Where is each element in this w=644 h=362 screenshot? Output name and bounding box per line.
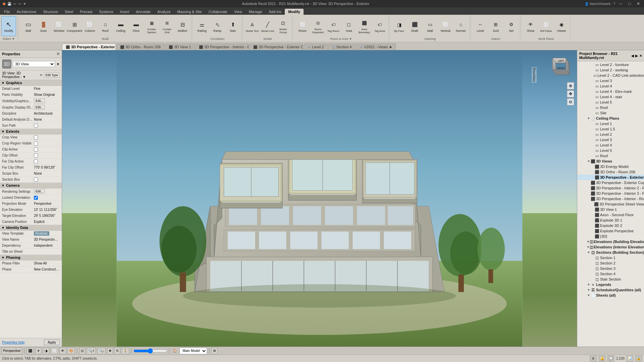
pb-3d-perspective-exterior-copy[interactable]: ⬛ 3D Perspective - Exterior Copy 1: [577, 180, 644, 185]
room-button[interactable]: ⬜Room: [295, 16, 310, 36]
modify-button[interactable]: ↖ Modify: [1, 16, 16, 36]
model-group-button[interactable]: ⊡Model Group: [276, 16, 290, 36]
pb-section-sheets[interactable]: ▼ 📄 Sheets (all): [577, 293, 644, 298]
crop-view-checkbox[interactable]: [34, 135, 38, 139]
pb-3d-view1[interactable]: ⬛ 3D View 1: [577, 207, 644, 212]
tab-file[interactable]: File: [1, 9, 13, 15]
pb-section3[interactable]: ◫ Section 3: [577, 266, 644, 271]
pb-3d-perspective-interior3[interactable]: ⬛ 3D Perspective - Interior 3 - Room 20: [577, 191, 644, 196]
dormer-button[interactable]: ⌂Dormer: [453, 16, 468, 36]
model-text-button[interactable]: AModel Text: [245, 16, 260, 36]
tab-modify[interactable]: Modify: [285, 9, 303, 15]
pb-section-elevations-interior[interactable]: ▼ ◫ Elevations (Interior Elevation): [577, 244, 644, 250]
pb-explode-3d-2[interactable]: ⬛ Explode 3D 2: [577, 223, 644, 228]
by-face-button[interactable]: ◨By Face: [392, 16, 407, 36]
viewer-button[interactable]: ◉Viewer: [554, 16, 569, 36]
view-tab-3d-exterior[interactable]: ⬛ 3D Perspective - Exterior ✕: [62, 44, 116, 50]
ramp-button[interactable]: ⬁Ramp: [210, 16, 225, 36]
status-btn-4[interactable]: 📊: [627, 356, 633, 362]
shadows-button[interactable]: ◑: [43, 348, 49, 354]
view-tab-arrow[interactable]: ▶: [390, 45, 392, 49]
pb-item-site[interactable]: ▭ Site: [577, 110, 644, 116]
pb-arrow-right[interactable]: ▶: [635, 54, 638, 58]
tag-room-button[interactable]: 🏷Tag Room: [326, 16, 341, 36]
prop-view-name-dropdown[interactable]: 3D View: 3D Perspective - ▼: [2, 71, 39, 79]
pb-ceiling-level2[interactable]: ▭ Level 2: [577, 132, 644, 137]
close-button[interactable]: ✕: [635, 1, 641, 6]
opening-wall-button[interactable]: ▭Wall: [423, 16, 437, 36]
pb-close[interactable]: ✕: [639, 54, 642, 58]
pb-tree-scroll[interactable]: ▭ Level 2 - furniture ▭ Level 2 - workin…: [577, 61, 644, 347]
pb-section-elevations-building[interactable]: ▼ ◫ Elevations (Building Elevation): [577, 239, 644, 244]
user-account[interactable]: 👤 AaronVorwerk: [585, 2, 610, 6]
render-button[interactable]: 🎨: [67, 348, 75, 354]
locked-orientation-checkbox[interactable]: [34, 196, 38, 200]
pb-item-roof-fp[interactable]: ▭ Roof: [577, 105, 644, 110]
roof-button[interactable]: ⌂Roof: [98, 16, 113, 36]
pb-ceiling-level4[interactable]: ▭ Level 4: [577, 142, 644, 148]
view-tab-3d-view1[interactable]: ⬛ 3D View 1: [165, 44, 195, 50]
pb-3d-ortho-206[interactable]: ⬛ 3D Ortho - Room 206: [577, 169, 644, 175]
pb-item-level2-working[interactable]: ▭ Level 2 - working: [577, 67, 644, 73]
view-tab-3d-exterior-copy[interactable]: ⬛ 3D Perspective - Exterior Copy 1: [250, 44, 303, 50]
pb-section4[interactable]: ◫ Section 4: [577, 271, 644, 277]
status-btn-3[interactable]: 💬: [607, 356, 614, 362]
door-button[interactable]: 🚪Door: [36, 16, 51, 36]
pb-section-ceiling-plans[interactable]: ▼ ⬜ Ceiling Plans: [577, 116, 644, 121]
model-line-button[interactable]: ╱Model Line: [260, 16, 275, 36]
quick-access-save[interactable]: 💾: [7, 2, 11, 6]
floor-button[interactable]: ▬Floor: [129, 16, 144, 36]
sun-settings-button[interactable]: ☀: [35, 348, 42, 354]
visibility-graphics-button[interactable]: Edit...: [34, 99, 45, 103]
pb-section-legends[interactable]: ▼ ≡ Legends: [577, 282, 644, 287]
maximize-button[interactable]: □: [627, 1, 633, 6]
tab-addins[interactable]: Add-Ins: [265, 9, 285, 15]
prop-edit-type-button[interactable]: Edit Type: [44, 73, 60, 77]
pb-3d-default[interactable]: ⬛ {3D}: [577, 234, 644, 239]
prop-section-phasing[interactable]: ▼ Phasing: [0, 255, 62, 260]
pb-3d-perspective-sheet[interactable]: ⬛ 3D Perspective Sheet View: [577, 201, 644, 207]
tab-structure[interactable]: Structure: [40, 9, 61, 15]
vertical-button[interactable]: ⬜Vertical: [438, 16, 453, 36]
mullion-button[interactable]: ⊟Mullion: [175, 16, 190, 36]
minimize-button[interactable]: ─: [618, 1, 624, 6]
pb-item-level2-cad[interactable]: ▭ Level 2 - CAD Link-selection: [577, 73, 644, 78]
area-button[interactable]: ◻Area: [341, 16, 356, 36]
crop-region-visible-checkbox[interactable]: [34, 141, 38, 145]
curtain-system-button[interactable]: ▦Curtain System: [144, 16, 159, 36]
quick-access-undo[interactable]: ↩: [13, 2, 16, 6]
pb-stair-section[interactable]: ◫ Stair Section: [577, 277, 644, 282]
prop-type-arrow[interactable]: ▼: [56, 62, 60, 66]
walkthrough-button[interactable]: 🚶: [122, 348, 129, 354]
graphic-display-button[interactable]: Edit...: [34, 105, 45, 110]
status-btn-2[interactable]: 🔔: [599, 356, 605, 362]
tab-massing[interactable]: Massing & Site: [174, 9, 205, 15]
pb-ceiling-level3[interactable]: ▭ Level 3: [577, 137, 644, 142]
pb-item-level5[interactable]: ▭ Level 5: [577, 100, 644, 105]
show-button[interactable]: 👁Show: [523, 16, 538, 36]
pb-section2[interactable]: ◫ Section 2: [577, 260, 644, 266]
prop-section-graphics[interactable]: ▼ Graphics: [0, 80, 62, 86]
tab-collaborate[interactable]: Collaborate: [205, 9, 231, 15]
curtain-grid-button[interactable]: ⊞Curtain Grid: [160, 16, 174, 36]
tab-analyze[interactable]: Analyze: [154, 9, 174, 15]
clip-offset-checkbox[interactable]: [34, 154, 38, 158]
pb-arrow-left[interactable]: ◀: [631, 54, 634, 58]
settings-more-button[interactable]: ⚙: [211, 348, 218, 354]
view-tab-level2[interactable]: ▭ Level 2: [304, 44, 327, 50]
pb-item-level4-stair[interactable]: ▭ Level 4 - stair: [577, 94, 644, 100]
tab-precast[interactable]: Precast: [76, 9, 96, 15]
column-button[interactable]: ⬜Column: [83, 16, 97, 36]
view-tab-3d-interior-208[interactable]: ⬛ 3D Perspective - Interior - Room 208: [195, 44, 249, 50]
stair-button[interactable]: ⬆Stair: [225, 16, 240, 36]
component-button[interactable]: ⊞Component: [67, 16, 82, 36]
prop-type-dropdown[interactable]: 3D View: [13, 61, 55, 67]
status-btn-1[interactable]: ⚙: [590, 356, 597, 362]
orbit-button[interactable]: ↻: [114, 348, 120, 354]
pb-3d-perspective-interior2[interactable]: ⬛ 3D Perspective - Interior 2 - Room 20: [577, 185, 644, 191]
properties-apply-button[interactable]: Apply: [44, 340, 60, 345]
pb-explode-3d-1[interactable]: ⬛ Explode 3D 1: [577, 218, 644, 223]
tab-manage[interactable]: Manage: [246, 9, 266, 15]
pan-button[interactable]: ✥: [107, 348, 113, 354]
view-tab-v2021[interactable]: ▭ V2021 - Views ▶: [356, 44, 396, 50]
